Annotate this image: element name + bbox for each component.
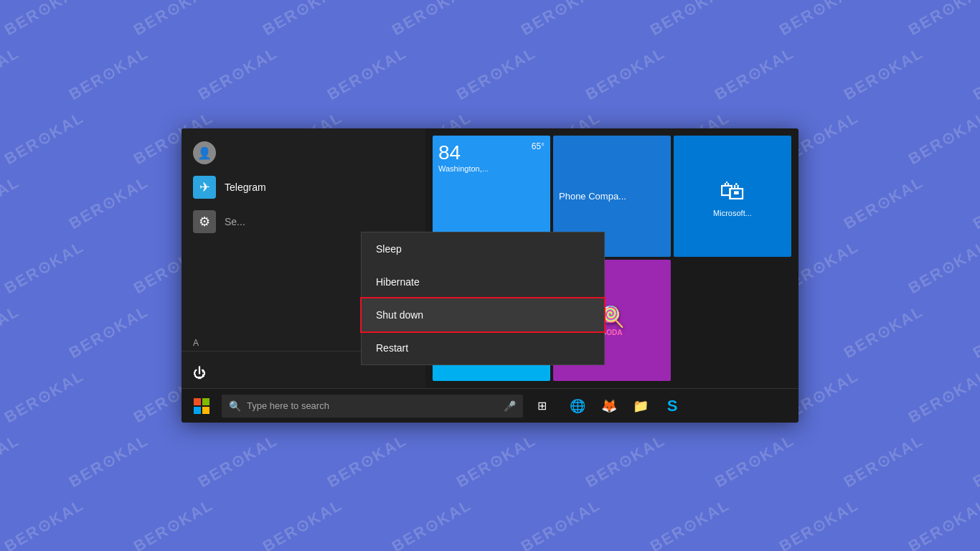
phone-tile-label: Phone Compa...	[559, 191, 626, 202]
settings-label: Se...	[225, 216, 245, 227]
hibernate-button[interactable]: Hibernate	[362, 265, 604, 298]
shutdown-button[interactable]: Shut down	[362, 298, 604, 331]
weather-temp-small: 65°	[532, 141, 545, 151]
search-bar[interactable]: 🔍 Type here to search 🎤	[222, 395, 523, 418]
settings-icon: ⚙	[193, 210, 216, 233]
power-icon: ⏻	[193, 366, 206, 381]
start-menu-panel: 👤 ✈ Telegram ⚙ Se... A ⏻ A	[182, 128, 425, 423]
firefox-icon[interactable]: 🦊	[595, 392, 623, 420]
screenshot-container: 👤 ✈ Telegram ⚙ Se... A ⏻ A	[182, 128, 798, 423]
microphone-icon[interactable]: 🎤	[504, 400, 516, 412]
file-explorer-icon[interactable]: 📁	[626, 392, 655, 420]
start-button[interactable]	[184, 389, 219, 423]
sleep-button[interactable]: Sleep	[362, 232, 604, 265]
weather-temp: 84	[438, 141, 461, 164]
store-tile[interactable]: 🛍 Microsoft...	[674, 136, 791, 257]
telegram-app-item[interactable]: ✈ Telegram	[182, 170, 425, 204]
power-submenu: Sleep Hibernate Shut down Restart	[361, 232, 605, 365]
chrome-icon[interactable]: 🌐	[563, 392, 592, 420]
search-placeholder: Type here to search	[247, 400, 329, 411]
telegram-icon: ✈	[193, 176, 216, 199]
user-avatar: 👤	[193, 141, 216, 164]
search-icon: 🔍	[229, 400, 241, 412]
restart-button[interactable]: Restart	[362, 331, 604, 364]
store-label: Microsoft...	[713, 209, 752, 217]
user-profile-item[interactable]: 👤	[182, 136, 425, 170]
store-icon: 🛍	[720, 176, 745, 206]
skype-taskbar-icon[interactable]: S	[658, 392, 687, 420]
windows-logo-icon	[194, 398, 209, 414]
task-view-button[interactable]: ⊞	[527, 392, 556, 420]
taskbar: 🔍 Type here to search 🎤 ⊞ 🌐 🦊 📁 S	[182, 388, 798, 423]
weather-city: Washington,...	[438, 164, 489, 173]
taskbar-icons: 🌐 🦊 📁 S	[563, 392, 687, 420]
telegram-label: Telegram	[225, 182, 266, 193]
